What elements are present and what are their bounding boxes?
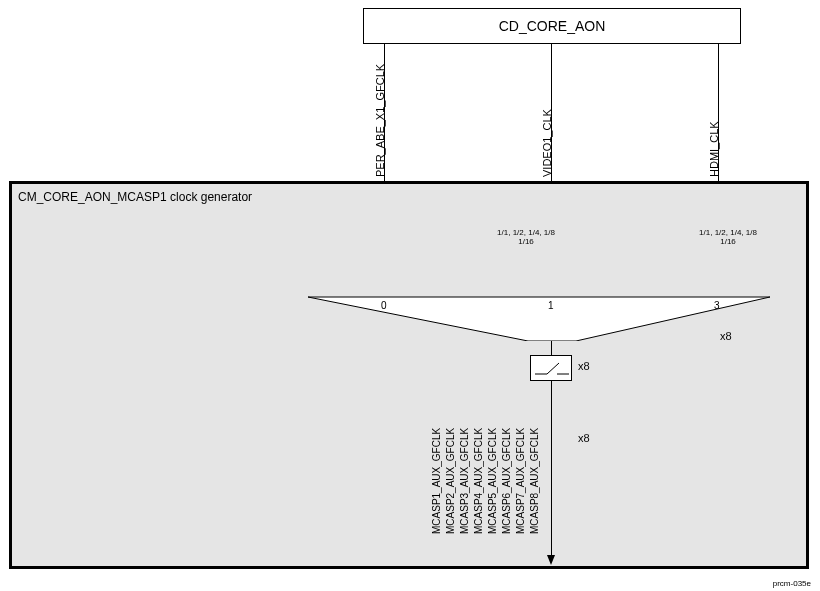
out-signal-0: MCASP1_AUX_GFCLK xyxy=(431,428,442,534)
diagram-canvas: CD_CORE_AON PER_ABE_X1_GFCLK VIDEO1_CLK … xyxy=(0,0,820,591)
cd-core-aon-block: CD_CORE_AON xyxy=(363,8,741,44)
clock-generator-title: CM_CORE_AON_MCASP1 clock generator xyxy=(18,190,252,204)
mux-port-0: 0 xyxy=(381,300,387,311)
label-in3: HDMI_CLK xyxy=(708,121,720,177)
out-signal-6: MCASP7_AUX_GFCLK xyxy=(515,428,526,534)
svg-marker-2 xyxy=(308,297,770,341)
line-output xyxy=(551,381,552,559)
out-signal-5: MCASP6_AUX_GFCLK xyxy=(501,428,512,534)
output-mult-label: x8 xyxy=(578,432,590,444)
label-in1: VIDEO1_CLK xyxy=(541,109,553,177)
svg-line-4 xyxy=(547,363,559,374)
mux-trapezoid-icon xyxy=(308,291,770,341)
out-signal-2: MCASP3_AUX_GFCLK xyxy=(459,428,470,534)
out-signal-4: MCASP5_AUX_GFCLK xyxy=(487,428,498,534)
line-mux-gate xyxy=(551,341,552,355)
out-signal-7: MCASP8_AUX_GFCLK xyxy=(529,428,540,534)
out-signal-1: MCASP2_AUX_GFCLK xyxy=(445,428,456,534)
mux-port-1: 1 xyxy=(548,300,554,311)
divider-in1: 1/1, 1/2, 1/4, 1/8 1/16 xyxy=(486,225,566,249)
label-in0: PER_ABE_X1_GFCLK xyxy=(374,64,386,177)
arrow-down-icon xyxy=(547,555,555,565)
divider-in1-line1: 1/1, 1/2, 1/4, 1/8 xyxy=(497,228,555,237)
cd-core-aon-title: CD_CORE_AON xyxy=(499,18,606,34)
divider-in3-line1: 1/1, 1/2, 1/4, 1/8 xyxy=(699,228,757,237)
switch-icon xyxy=(531,356,571,380)
mux-block: 0 1 3 xyxy=(308,291,770,341)
clock-gate xyxy=(530,355,572,381)
diagram-id: prcm-035e xyxy=(773,579,811,588)
divider-in1-line2: 1/16 xyxy=(518,237,534,246)
divider-in3: 1/1, 1/2, 1/4, 1/8 1/16 xyxy=(688,225,768,249)
divider-in3-line2: 1/16 xyxy=(720,237,736,246)
gate-mult-label: x8 xyxy=(578,360,590,372)
out-signal-3: MCASP4_AUX_GFCLK xyxy=(473,428,484,534)
mux-mult-label: x8 xyxy=(720,330,732,342)
mux-port-3: 3 xyxy=(714,300,720,311)
